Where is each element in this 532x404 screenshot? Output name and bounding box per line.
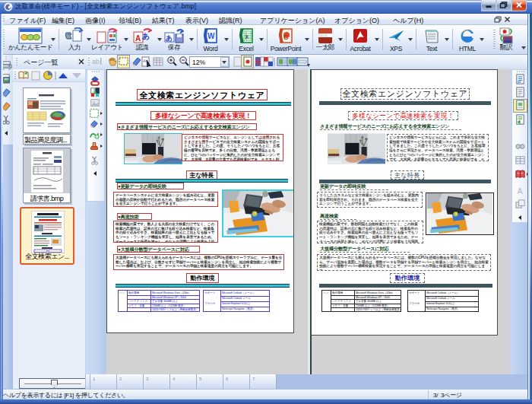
- svg-text:C: C: [283, 33, 289, 41]
- svg-text:A: A: [135, 34, 141, 43]
- svg-text:あ: あ: [166, 34, 173, 42]
- svg-text:A: A: [518, 187, 523, 196]
- svg-text:あ: あ: [142, 32, 150, 40]
- svg-text:W: W: [207, 32, 215, 40]
- svg-text:ab: ab: [92, 58, 100, 65]
- svg-text:A: A: [143, 59, 146, 63]
